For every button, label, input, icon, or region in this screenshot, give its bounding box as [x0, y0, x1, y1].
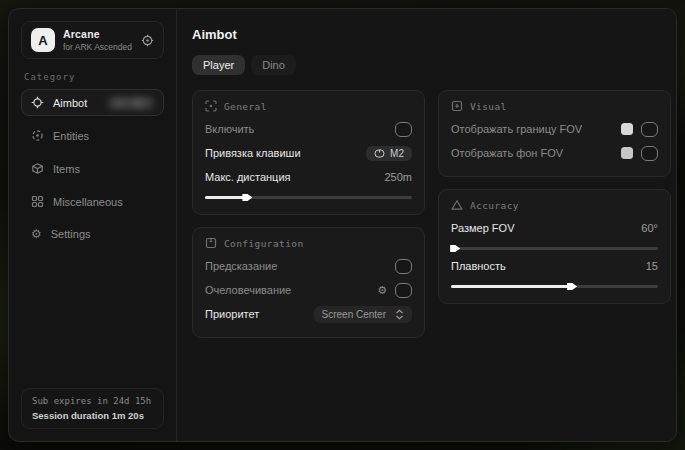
sidebar-item-label: Aimbot	[53, 97, 87, 109]
sidebar-item-aimbot[interactable]: Aimbot	[21, 89, 164, 116]
card-accuracy: Accuracy Размер FOV 60° Плавность 15	[438, 189, 671, 304]
priority-selected-value: Screen Center	[322, 309, 386, 320]
card-title: Configuration	[224, 238, 304, 249]
scan-circle-icon	[31, 129, 44, 142]
sidebar-item-label: Settings	[51, 228, 91, 240]
focus-icon	[205, 100, 217, 112]
setting-row-humanize: Очеловечивание ⚙	[205, 278, 412, 302]
setting-label: Привязка клавиши	[205, 147, 301, 159]
setting-row-prediction: Предсказание	[205, 254, 412, 278]
category-label: Category	[24, 72, 161, 82]
setting-label: Предсказание	[205, 260, 277, 272]
app-name: Arcane	[63, 28, 132, 40]
grid-icon	[31, 195, 44, 208]
sub-expires-text: Sub expires in 24d 15h	[32, 396, 153, 406]
tab-dino[interactable]: Dino	[251, 55, 296, 75]
humanize-checkbox[interactable]	[395, 283, 412, 298]
slider-thumb[interactable]	[450, 244, 460, 253]
smoothness-value: 15	[646, 260, 658, 272]
setting-row-enable: Включить	[205, 117, 412, 141]
card-configuration: Configuration Предсказание Очеловечивани…	[192, 227, 425, 338]
fov-bg-color-swatch[interactable]	[621, 147, 633, 159]
package-icon	[205, 237, 217, 249]
brand-card: A Arcane for ARK Ascended	[21, 21, 164, 59]
setting-row-fov-bg: Отображать фон FOV	[451, 141, 658, 165]
keybind-button[interactable]: M2	[366, 146, 412, 161]
setting-row-smoothness: Плавность 15	[451, 254, 658, 278]
setting-label: Размер FOV	[451, 222, 514, 234]
fov-size-value: 60°	[641, 222, 658, 234]
fov-bg-checkbox[interactable]	[641, 146, 658, 161]
box-icon	[31, 162, 44, 175]
sidebar-item-label: Entities	[53, 130, 89, 142]
redacted-blur	[108, 97, 154, 109]
chevrons-updown-icon	[395, 309, 404, 320]
fov-size-slider[interactable]	[451, 247, 658, 250]
session-duration-text: Session duration 1m 20s	[32, 410, 153, 421]
sidebar-item-miscellaneous[interactable]: Miscellaneous	[21, 188, 164, 215]
app-subtitle: for ARK Ascended	[63, 42, 132, 52]
sidebar-item-items[interactable]: Items	[21, 155, 164, 182]
distance-value: 250m	[384, 171, 412, 183]
setting-row-priority: Приоритет Screen Center	[205, 302, 412, 326]
setting-label: Плавность	[451, 260, 506, 272]
setting-row-keybind: Привязка клавиши M2	[205, 141, 412, 165]
sidebar-item-settings[interactable]: ⚙ Settings	[21, 221, 164, 247]
keybind-value: M2	[390, 148, 404, 159]
sidebar: A Arcane for ARK Ascended Category	[9, 9, 176, 441]
distance-slider[interactable]	[205, 196, 412, 199]
card-title: Visual	[470, 101, 507, 112]
setting-label: Включить	[205, 123, 254, 135]
triangle-icon	[451, 199, 463, 211]
setting-label: Очеловечивание	[205, 284, 291, 296]
gear-icon: ⚙	[31, 228, 42, 240]
sidebar-nav: Aimbot Entities	[21, 89, 164, 247]
setting-label: Отображать фон FOV	[451, 147, 563, 159]
enable-checkbox[interactable]	[395, 122, 412, 137]
target-icon[interactable]	[141, 34, 154, 47]
setting-row-fov-size: Размер FOV 60°	[451, 216, 658, 240]
tab-player[interactable]: Player	[192, 55, 245, 75]
frame-icon	[451, 100, 463, 112]
gear-icon[interactable]: ⚙	[377, 285, 387, 296]
prediction-checkbox[interactable]	[395, 259, 412, 274]
setting-label: Отображать границу FOV	[451, 123, 582, 135]
page-title: Aimbot	[192, 27, 671, 42]
smoothness-slider[interactable]	[451, 285, 658, 288]
setting-label: Макс. дистанция	[205, 171, 291, 183]
setting-row-distance: Макс. дистанция 250m	[205, 165, 412, 189]
subscription-info: Sub expires in 24d 15h Session duration …	[21, 388, 164, 429]
crosshair-icon	[31, 96, 44, 109]
mouse-icon	[374, 149, 385, 158]
slider-thumb[interactable]	[242, 193, 252, 202]
card-visual: Visual Отображать границу FOV Отображать…	[438, 90, 671, 177]
cards-grid: General Включить Привязка клавиши	[192, 90, 671, 338]
card-general: General Включить Привязка клавиши	[192, 90, 425, 215]
setting-row-fov-border: Отображать границу FOV	[451, 117, 658, 141]
app-window: A Arcane for ARK Ascended Category	[8, 8, 677, 442]
fov-border-checkbox[interactable]	[641, 122, 658, 137]
tab-bar: Player Dino	[192, 55, 671, 75]
setting-label: Приоритет	[205, 308, 259, 320]
card-title: Accuracy	[470, 200, 519, 211]
sidebar-item-label: Items	[53, 163, 80, 175]
slider-thumb[interactable]	[567, 282, 577, 291]
sidebar-item-entities[interactable]: Entities	[21, 122, 164, 149]
priority-select[interactable]: Screen Center	[314, 306, 412, 323]
fov-border-color-swatch[interactable]	[621, 123, 633, 135]
card-title: General	[224, 101, 267, 112]
app-logo: A	[31, 28, 55, 52]
main-panel: Aimbot Player Dino General	[176, 9, 677, 441]
sidebar-item-label: Miscellaneous	[53, 196, 123, 208]
